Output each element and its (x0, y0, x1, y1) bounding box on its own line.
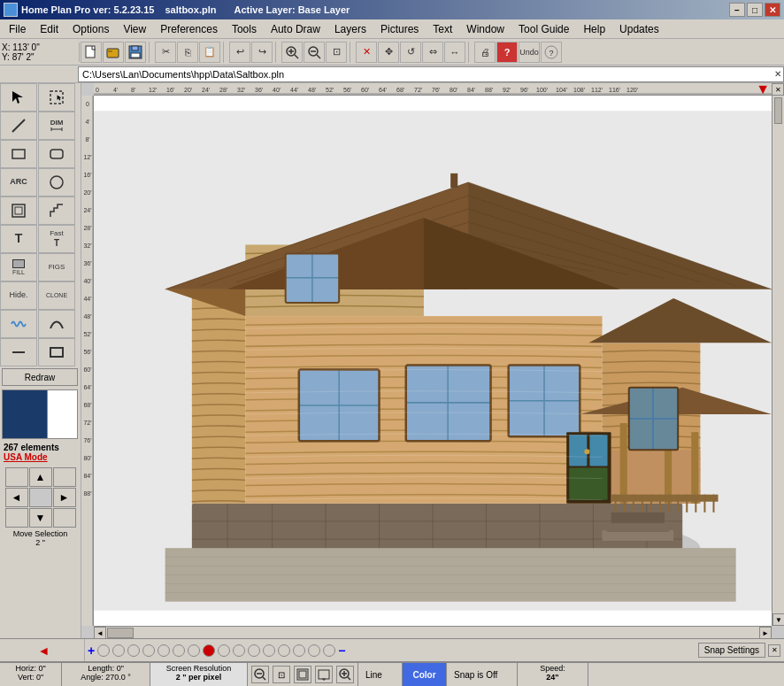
clone-tool[interactable]: CLONE (38, 281, 75, 310)
stretch-button[interactable]: ↔ (444, 42, 465, 63)
layer-circle-15[interactable] (308, 644, 320, 657)
rotate-button[interactable]: ↺ (400, 42, 421, 63)
layer-circle-11[interactable] (248, 644, 260, 657)
menu-toolguide[interactable]: Tool Guide (511, 21, 576, 37)
layer-circle-1[interactable] (97, 644, 110, 657)
layer-circle-2[interactable] (112, 644, 125, 657)
help-button[interactable]: ? (496, 42, 518, 63)
layer-circle-10[interactable] (233, 644, 245, 657)
usa-mode[interactable]: USA Mode (4, 452, 77, 462)
minimize-button[interactable]: − (729, 3, 745, 17)
scrollbar-horizontal[interactable]: ◄ ► (94, 626, 772, 638)
menu-tools[interactable]: Tools (225, 21, 264, 37)
box-outline-tool[interactable] (38, 338, 75, 366)
layer-circle-9[interactable] (218, 644, 230, 657)
menu-options[interactable]: Options (65, 21, 116, 37)
fast-text-tool[interactable]: FastT (38, 225, 75, 253)
menu-view[interactable]: View (116, 21, 153, 37)
hide-tool[interactable]: Hide. (0, 281, 37, 310)
rounded-rect-tool[interactable] (38, 140, 75, 168)
move-upright-button[interactable] (53, 467, 76, 487)
move-downleft-button[interactable] (5, 508, 28, 528)
layer-circle-active[interactable] (203, 644, 215, 657)
scroll-left-indicator[interactable]: ◄ (38, 644, 50, 658)
move-right-button[interactable]: ► (53, 488, 76, 507)
scrollbar-vertical[interactable]: ▲ ▼ (772, 83, 784, 626)
new-button[interactable] (81, 42, 102, 63)
copy-button[interactable]: ⎘ (177, 42, 198, 63)
zoom-100-button[interactable] (294, 666, 311, 683)
print-button[interactable]: 🖨 (474, 42, 496, 63)
color-swatch[interactable] (2, 389, 78, 439)
menu-pictures[interactable]: Pictures (373, 21, 426, 37)
scroll-thumb-h[interactable] (107, 628, 134, 638)
layer-circle-13[interactable] (278, 644, 290, 657)
zoom-plus-button[interactable] (336, 666, 354, 683)
menu-updates[interactable]: Updates (612, 21, 666, 37)
zoom-screen-button[interactable] (315, 666, 333, 683)
layer-circle-3[interactable] (127, 644, 140, 657)
zoom-minus-button[interactable] (251, 666, 269, 683)
scroll-left-button[interactable]: ◄ (94, 627, 106, 638)
close-button[interactable]: ✕ (765, 3, 780, 17)
layer-circle-12[interactable] (263, 644, 275, 657)
select-box-tool[interactable] (38, 83, 75, 112)
canvas-close-button[interactable]: ✕ (772, 83, 784, 96)
move-upleft-button[interactable] (5, 467, 28, 487)
layer-circle-16[interactable] (323, 644, 335, 657)
remove-layer-button[interactable]: − (338, 644, 345, 658)
circle-tool[interactable] (38, 168, 75, 197)
move-down-button[interactable]: ▼ (29, 508, 52, 528)
canvas-area[interactable]: ▼ 0 4' 8' 12' 16' 20' 24' 28' 32' 36' 40… (81, 83, 784, 638)
figs-tool[interactable]: FIGS (38, 253, 75, 281)
zoom-fit-status-button[interactable]: ⊡ (273, 666, 290, 683)
layer-circle-7[interactable] (188, 644, 200, 657)
layer-circle-6[interactable] (173, 644, 185, 657)
bottom-close-button[interactable]: ✕ (768, 644, 780, 657)
delete-button[interactable]: ✕ (356, 42, 377, 63)
scroll-thumb-v[interactable] (774, 97, 782, 124)
poly-tool[interactable] (0, 197, 37, 225)
select-tool[interactable] (0, 83, 37, 112)
maximize-button[interactable]: □ (747, 3, 763, 17)
undo2-button[interactable]: Undo (519, 42, 540, 63)
layer-circle-5[interactable] (158, 644, 170, 657)
drawing-canvas[interactable] (94, 96, 772, 626)
redraw-button[interactable]: Redraw (2, 368, 78, 386)
menu-file[interactable]: File (2, 21, 33, 37)
move-button[interactable]: ✥ (378, 42, 399, 63)
move-left-button[interactable]: ◄ (5, 488, 28, 507)
fill-tool[interactable]: FILL (0, 253, 37, 281)
arc-tool[interactable]: ARC (0, 168, 37, 197)
color-button[interactable]: Color (403, 663, 447, 686)
zoom-in-button[interactable] (281, 42, 303, 63)
extra-button[interactable]: ? (541, 42, 562, 63)
scroll-down-button[interactable]: ▼ (772, 613, 784, 626)
zoom-out-button[interactable] (304, 42, 325, 63)
scroll-right-button[interactable]: ► (759, 627, 772, 638)
dim-tool[interactable]: DIM (38, 112, 75, 140)
save-button[interactable] (125, 42, 146, 63)
menu-window[interactable]: Window (459, 21, 511, 37)
cut-button[interactable]: ✂ (155, 42, 176, 63)
paste-button[interactable]: 📋 (199, 42, 220, 63)
layer-circle-14[interactable] (293, 644, 305, 657)
menu-autodraw[interactable]: Auto Draw (264, 21, 327, 37)
open-button[interactable] (103, 42, 124, 63)
menu-edit[interactable]: Edit (33, 21, 65, 37)
menu-help[interactable]: Help (576, 21, 612, 37)
stair-tool[interactable] (38, 197, 75, 225)
menu-preferences[interactable]: Preferences (153, 21, 225, 37)
path-bar-close[interactable]: ✕ (774, 67, 781, 81)
move-downright-button[interactable] (53, 508, 76, 528)
undo-button[interactable]: ↩ (229, 42, 250, 63)
add-layer-button[interactable]: + (88, 644, 95, 658)
menu-layers[interactable]: Layers (327, 21, 373, 37)
hline-tool[interactable] (0, 338, 37, 366)
curve-tool[interactable] (38, 310, 75, 338)
text-tool[interactable]: T (0, 225, 37, 253)
move-center-button[interactable] (29, 488, 52, 507)
rect-tool[interactable] (0, 140, 37, 168)
move-up-button[interactable]: ▲ (29, 467, 52, 487)
wave-tool[interactable] (0, 310, 37, 338)
